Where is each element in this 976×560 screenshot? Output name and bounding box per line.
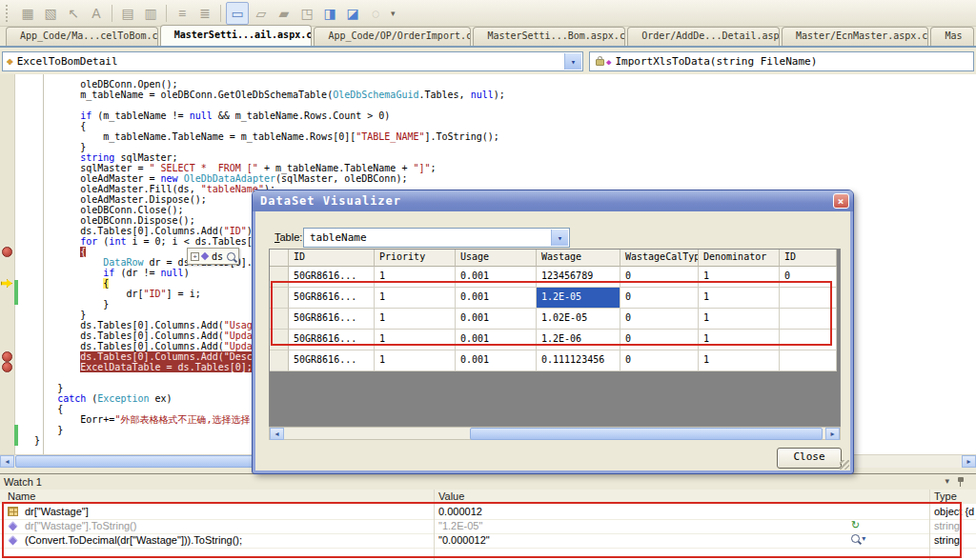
grid-cell[interactable]: 0.001 (456, 330, 537, 350)
column-divider[interactable] (929, 490, 930, 560)
watch-expression[interactable]: dr["Wastage"].ToString() (25, 520, 136, 531)
grid-cell[interactable]: 0.001 (456, 309, 537, 330)
grid-cell[interactable]: 50GR8616... (289, 350, 375, 371)
grid-scrollbar-thumb[interactable] (470, 428, 823, 440)
scroll-left-icon[interactable]: ◂ (270, 428, 284, 440)
grid-cell[interactable]: 1 (375, 350, 456, 371)
document-tab[interactable]: App_Code/OP/OrderImport.cs (314, 27, 471, 46)
grid-column-header[interactable]: Usage (456, 250, 537, 267)
grid-cell[interactable]: 1 (699, 267, 780, 288)
pointer-icon[interactable]: ↖ (63, 3, 84, 24)
grid-cell[interactable]: 0 (620, 330, 699, 350)
breakpoint-icon[interactable] (2, 247, 12, 257)
grid-cell[interactable]: 1.2E-05 (537, 288, 620, 309)
document-tab[interactable]: MasterSetti...Bom.aspx.cs (473, 27, 625, 46)
watch-row[interactable]: dr["Wastage"]0.000012object {d (0, 505, 976, 520)
column-header-value[interactable]: Value (438, 490, 464, 502)
window-menu-icon[interactable]: ▾ (945, 476, 949, 486)
table-combobox-arrow[interactable]: ▾ (551, 230, 568, 246)
grid-cell[interactable]: 0.001 (456, 267, 537, 288)
breakpoint-icon[interactable] (2, 351, 12, 362)
grid-cell[interactable]: 0 (620, 350, 699, 371)
grid-cell[interactable]: 50GR8616... (289, 309, 375, 330)
grid-cell[interactable]: 0 (620, 288, 699, 309)
column-header-name[interactable]: Name (8, 490, 35, 502)
grid-cell[interactable] (780, 309, 837, 330)
watch-expression[interactable]: dr["Wastage"] (25, 506, 89, 517)
grid-row-selector[interactable] (270, 288, 289, 309)
numbered-list-icon[interactable]: ≣ (194, 3, 215, 24)
dialog-titlebar[interactable]: DataSet Visualizer × (253, 190, 853, 211)
grid-row-selector[interactable] (270, 309, 289, 330)
table-layout-icon[interactable]: ▦ (17, 3, 38, 24)
grid-cell[interactable]: 1 (375, 267, 456, 288)
grid-cell[interactable]: 1 (699, 288, 780, 309)
column-header-type[interactable]: Type (934, 490, 957, 502)
scroll-right-icon[interactable]: ▸ (962, 455, 976, 468)
watch-row[interactable]: (Convert.ToDecimal(dr["Wastage"])).ToStr… (0, 533, 976, 549)
indent-icon[interactable]: ▤ (117, 3, 138, 24)
grid-column-header[interactable]: Wastage (537, 250, 620, 267)
grid-cell[interactable]: 0 (620, 267, 699, 288)
grid-column-header[interactable]: Denominator (699, 250, 780, 267)
grid-cell[interactable]: 0.001 (456, 288, 537, 309)
resize-grip[interactable] (840, 460, 849, 470)
align-icon[interactable]: ◳ (296, 3, 317, 24)
grid-cell[interactable]: 1 (699, 330, 780, 350)
copy-style-icon[interactable]: ▧ (40, 3, 61, 24)
grid-cell[interactable] (780, 288, 837, 309)
breakpoint-icon[interactable] (2, 362, 12, 372)
table-combobox[interactable]: tableName ▾ (303, 228, 570, 248)
scroll-left-icon[interactable]: ◂ (0, 455, 14, 468)
magnifier-dropdown-icon[interactable]: ▾ (851, 533, 865, 545)
grid-column-header[interactable]: ID (289, 250, 375, 267)
lasso-icon[interactable]: ◌ (365, 3, 386, 24)
outdent-icon[interactable]: ▥ (140, 3, 161, 24)
watch-expression[interactable]: (Convert.ToDecimal(dr["Wastage"])).ToStr… (25, 534, 242, 546)
debugger-datatip[interactable]: + ds (187, 248, 239, 265)
grid-cell[interactable]: 0 (780, 267, 837, 288)
grid-horizontal-scrollbar[interactable]: ◂ ▸ (269, 427, 841, 440)
grid-cell[interactable]: 1 (375, 309, 456, 330)
watch-row[interactable]: dr["Wastage"].ToString()"1.2E-05"↻string (0, 519, 976, 534)
members-combobox[interactable]: ◆ ImportXlsToData(string FileName) (589, 51, 974, 71)
send-back-icon[interactable]: ▱ (251, 3, 272, 24)
data-grid[interactable]: IDPriorityUsageWastageWastageCalTypeDeno… (269, 249, 841, 427)
refresh-icon[interactable]: ↻ (851, 519, 860, 531)
pin-icon[interactable] (957, 477, 965, 487)
grid-cell[interactable]: 0.111123456 (537, 350, 620, 371)
toolbar-overflow-icon[interactable]: ▾ (391, 9, 396, 18)
grid-column-header[interactable]: Priority (375, 250, 456, 267)
grid-cell[interactable]: 1.02E-05 (537, 309, 620, 330)
grid-cell[interactable] (780, 350, 837, 371)
document-tab[interactable]: Master/EcnMaster.aspx.cs (782, 27, 929, 46)
grid-cell[interactable] (780, 330, 837, 350)
grid-cell[interactable]: 1.2E-06 (537, 330, 620, 350)
grid-row-selector[interactable] (270, 267, 289, 288)
expand-icon[interactable]: + (191, 252, 199, 261)
document-tab[interactable]: Mas (930, 27, 974, 46)
grid-cell[interactable]: 123456789 (537, 267, 620, 288)
document-tab[interactable]: App_Code/Ma...celToBom.cs (6, 27, 158, 46)
types-combobox[interactable]: ❖ ExcelToBomDetail ▾ (2, 51, 583, 71)
document-tab[interactable]: MasterSetti...ail.aspx.cs (160, 25, 313, 46)
layer-front-icon[interactable]: ◪ (342, 3, 363, 24)
layer-back-icon[interactable]: ◨ (319, 3, 340, 24)
magnifier-icon[interactable] (227, 252, 235, 261)
grid-cell[interactable]: 1 (375, 330, 456, 350)
grid-cell[interactable]: 0.001 (456, 350, 537, 371)
grid-row-selector[interactable] (270, 330, 289, 350)
close-icon[interactable]: × (833, 193, 849, 209)
grid-cell[interactable]: 50GR8616... (289, 330, 375, 350)
scroll-right-icon[interactable]: ▸ (825, 428, 840, 440)
grid-column-header[interactable]: ID (780, 250, 837, 267)
grid-row-selector[interactable] (270, 350, 289, 371)
grid-cell[interactable]: 50GR8616... (289, 288, 375, 309)
editor-scrollbar-thumb[interactable] (15, 455, 292, 468)
document-tab[interactable]: Order/AddDe...Detail.aspx (627, 27, 780, 46)
list-icon[interactable]: ≡ (172, 3, 193, 24)
grid-cell[interactable]: 1 (375, 288, 456, 309)
bring-front-icon[interactable]: ▰ (274, 3, 295, 24)
grid-cell[interactable]: 1 (699, 350, 780, 371)
grid-cell[interactable]: 0 (620, 309, 699, 330)
